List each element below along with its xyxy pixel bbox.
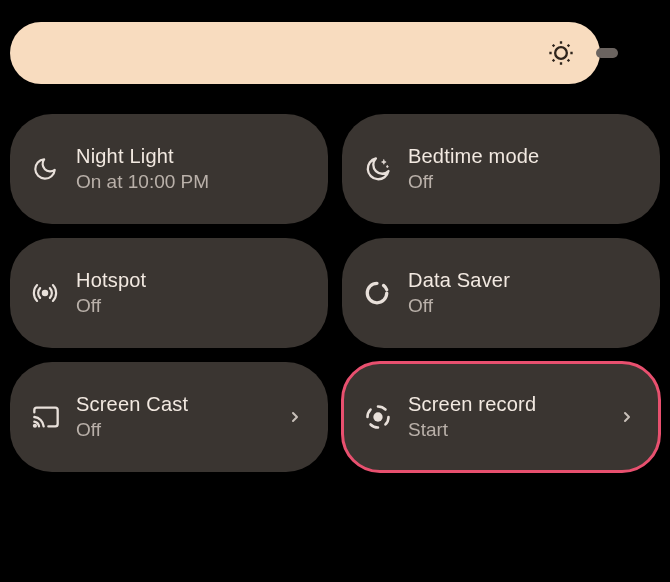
tile-title: Data Saver <box>408 269 638 292</box>
chevron-right-icon <box>616 409 638 425</box>
tile-subtitle: Off <box>408 171 638 193</box>
brightness-slider[interactable] <box>10 22 600 84</box>
brightness-icon <box>546 38 576 68</box>
tile-subtitle: Off <box>408 295 638 317</box>
svg-point-2 <box>34 425 36 427</box>
bedtime-icon <box>364 155 408 183</box>
chevron-right-icon <box>284 409 306 425</box>
tile-screen-record[interactable]: Screen record Start <box>342 362 660 472</box>
tile-night-light[interactable]: Night Light On at 10:00 PM <box>10 114 328 224</box>
tile-screen-cast[interactable]: Screen Cast Off <box>10 362 328 472</box>
svg-point-3 <box>373 412 382 421</box>
svg-point-1 <box>43 291 47 295</box>
tile-subtitle: Off <box>76 419 284 441</box>
tile-data-saver[interactable]: Data Saver Off <box>342 238 660 348</box>
tile-subtitle: Off <box>76 295 306 317</box>
brightness-handle[interactable] <box>596 48 618 58</box>
tile-title: Night Light <box>76 145 306 168</box>
screen-record-icon <box>364 403 408 431</box>
data-saver-icon <box>364 280 408 306</box>
hotspot-icon <box>32 280 76 306</box>
tile-subtitle: On at 10:00 PM <box>76 171 306 193</box>
cast-icon <box>32 403 76 431</box>
moon-icon <box>32 156 76 182</box>
svg-point-0 <box>555 47 567 59</box>
tile-title: Screen Cast <box>76 393 284 416</box>
tile-hotspot[interactable]: Hotspot Off <box>10 238 328 348</box>
quick-settings-panel: Night Light On at 10:00 PM Bedtime mode … <box>0 0 670 486</box>
tile-grid: Night Light On at 10:00 PM Bedtime mode … <box>10 114 660 472</box>
tile-title: Bedtime mode <box>408 145 638 168</box>
tile-subtitle: Start <box>408 419 616 441</box>
tile-title: Hotspot <box>76 269 306 292</box>
tile-bedtime-mode[interactable]: Bedtime mode Off <box>342 114 660 224</box>
tile-title: Screen record <box>408 393 616 416</box>
